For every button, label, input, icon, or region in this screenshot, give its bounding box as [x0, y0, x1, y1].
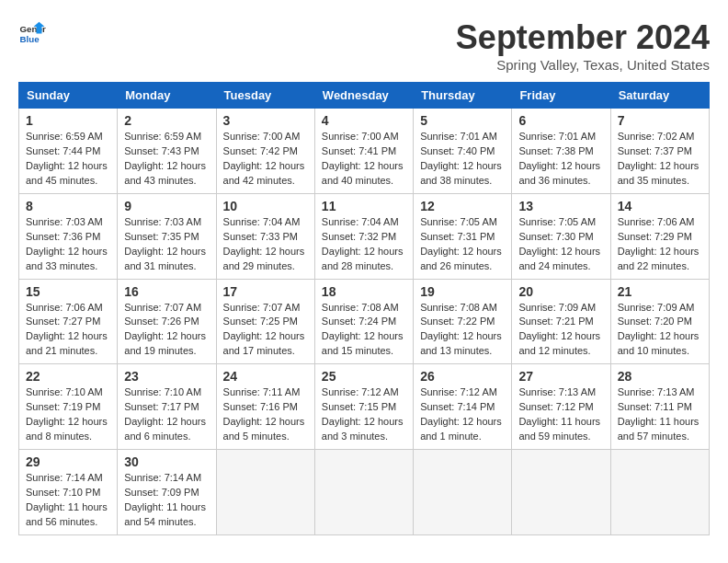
- day-number: 9: [124, 199, 209, 213]
- day-info: Sunrise: 7:12 AMSunset: 7:15 PMDaylight:…: [322, 385, 406, 444]
- day-info: Sunrise: 7:03 AMSunset: 7:36 PMDaylight:…: [26, 215, 110, 274]
- day-number: 19: [420, 284, 505, 299]
- day-info: Sunrise: 7:11 AMSunset: 7:16 PMDaylight:…: [223, 385, 308, 444]
- day-info: Sunrise: 7:10 AMSunset: 7:17 PMDaylight:…: [124, 385, 209, 444]
- col-tuesday: Tuesday: [216, 83, 314, 109]
- day-info: Sunrise: 7:06 AMSunset: 7:27 PMDaylight:…: [26, 301, 110, 360]
- table-row: 2 Sunrise: 6:59 AMSunset: 7:43 PMDayligh…: [118, 109, 216, 194]
- day-number: 1: [26, 113, 110, 128]
- day-number: 3: [223, 113, 308, 128]
- table-row: 11 Sunrise: 7:04 AMSunset: 7:32 PMDaylig…: [314, 193, 413, 279]
- table-row: 18 Sunrise: 7:08 AMSunset: 7:24 PMDaylig…: [314, 279, 413, 364]
- table-row: 29 Sunrise: 7:14 AMSunset: 7:10 PMDaylig…: [19, 450, 118, 535]
- table-row: 15 Sunrise: 7:06 AMSunset: 7:27 PMDaylig…: [19, 279, 118, 364]
- day-info: Sunrise: 7:08 AMSunset: 7:22 PMDaylight:…: [420, 301, 505, 360]
- day-info: Sunrise: 7:00 AMSunset: 7:42 PMDaylight:…: [223, 130, 308, 189]
- day-info: Sunrise: 7:13 AMSunset: 7:11 PMDaylight:…: [618, 385, 702, 444]
- day-info: Sunrise: 7:00 AMSunset: 7:41 PMDaylight:…: [322, 130, 406, 189]
- day-number: 22: [26, 369, 110, 384]
- table-row: 12 Sunrise: 7:05 AMSunset: 7:31 PMDaylig…: [414, 193, 512, 279]
- table-row: 7 Sunrise: 7:02 AMSunset: 7:37 PMDayligh…: [610, 109, 709, 194]
- table-row: 13 Sunrise: 7:05 AMSunset: 7:30 PMDaylig…: [512, 193, 610, 279]
- day-info: Sunrise: 7:14 AMSunset: 7:10 PMDaylight:…: [26, 471, 110, 530]
- day-info: Sunrise: 6:59 AMSunset: 7:43 PMDaylight:…: [124, 130, 209, 189]
- day-number: 25: [322, 369, 406, 384]
- day-info: Sunrise: 7:06 AMSunset: 7:29 PMDaylight:…: [618, 215, 702, 274]
- day-info: Sunrise: 7:07 AMSunset: 7:26 PMDaylight:…: [124, 301, 209, 360]
- logo-icon: General Blue: [18, 18, 46, 46]
- day-number: 21: [618, 284, 702, 299]
- day-number: 12: [420, 199, 505, 213]
- table-row: 20 Sunrise: 7:09 AMSunset: 7:21 PMDaylig…: [512, 279, 610, 364]
- day-info: Sunrise: 7:04 AMSunset: 7:32 PMDaylight:…: [322, 215, 406, 274]
- day-info: Sunrise: 7:04 AMSunset: 7:33 PMDaylight:…: [223, 215, 308, 274]
- page-header: General Blue September 2024 Spring Valle…: [18, 18, 710, 73]
- table-row: 16 Sunrise: 7:07 AMSunset: 7:26 PMDaylig…: [118, 279, 216, 364]
- day-number: 7: [618, 113, 702, 128]
- calendar-week-1: 1 Sunrise: 6:59 AMSunset: 7:44 PMDayligh…: [19, 109, 710, 194]
- table-row: 6 Sunrise: 7:01 AMSunset: 7:38 PMDayligh…: [512, 109, 610, 194]
- table-row: [414, 450, 512, 535]
- day-number: 15: [26, 284, 110, 299]
- table-row: [314, 450, 413, 535]
- day-number: 18: [322, 284, 406, 299]
- day-number: 16: [124, 284, 209, 299]
- table-row: 23 Sunrise: 7:10 AMSunset: 7:17 PMDaylig…: [118, 364, 216, 450]
- table-row: [610, 450, 709, 535]
- calendar-table: Sunday Monday Tuesday Wednesday Thursday…: [18, 82, 710, 535]
- calendar-week-3: 15 Sunrise: 7:06 AMSunset: 7:27 PMDaylig…: [19, 279, 710, 364]
- day-info: Sunrise: 7:01 AMSunset: 7:38 PMDaylight:…: [518, 130, 603, 189]
- col-friday: Friday: [512, 83, 610, 109]
- day-info: Sunrise: 7:02 AMSunset: 7:37 PMDaylight:…: [618, 130, 702, 189]
- col-monday: Monday: [118, 83, 216, 109]
- day-number: 28: [618, 369, 702, 384]
- svg-text:Blue: Blue: [20, 34, 40, 44]
- table-row: 24 Sunrise: 7:11 AMSunset: 7:16 PMDaylig…: [216, 364, 314, 450]
- table-row: [216, 450, 314, 535]
- table-row: 10 Sunrise: 7:04 AMSunset: 7:33 PMDaylig…: [216, 193, 314, 279]
- calendar-week-2: 8 Sunrise: 7:03 AMSunset: 7:36 PMDayligh…: [19, 193, 710, 279]
- day-number: 29: [26, 454, 110, 469]
- col-wednesday: Wednesday: [314, 83, 413, 109]
- table-row: 1 Sunrise: 6:59 AMSunset: 7:44 PMDayligh…: [19, 109, 118, 194]
- day-info: Sunrise: 7:07 AMSunset: 7:25 PMDaylight:…: [223, 301, 308, 360]
- day-number: 6: [518, 113, 603, 128]
- day-number: 10: [223, 199, 308, 213]
- day-info: Sunrise: 7:13 AMSunset: 7:12 PMDaylight:…: [518, 385, 603, 444]
- day-number: 4: [322, 113, 406, 128]
- logo: General Blue: [18, 18, 46, 46]
- day-number: 23: [124, 369, 209, 384]
- day-number: 11: [322, 199, 406, 213]
- table-row: 5 Sunrise: 7:01 AMSunset: 7:40 PMDayligh…: [414, 109, 512, 194]
- day-info: Sunrise: 7:12 AMSunset: 7:14 PMDaylight:…: [420, 385, 505, 444]
- location: Spring Valley, Texas, United States: [456, 57, 710, 73]
- month-title: September 2024: [456, 18, 710, 57]
- day-info: Sunrise: 7:03 AMSunset: 7:35 PMDaylight:…: [124, 215, 209, 274]
- day-info: Sunrise: 7:09 AMSunset: 7:20 PMDaylight:…: [618, 301, 702, 360]
- header-row: Sunday Monday Tuesday Wednesday Thursday…: [19, 83, 710, 109]
- table-row: 17 Sunrise: 7:07 AMSunset: 7:25 PMDaylig…: [216, 279, 314, 364]
- day-number: 24: [223, 369, 308, 384]
- day-number: 5: [420, 113, 505, 128]
- title-block: September 2024 Spring Valley, Texas, Uni…: [456, 18, 710, 73]
- day-info: Sunrise: 6:59 AMSunset: 7:44 PMDaylight:…: [26, 130, 110, 189]
- table-row: 27 Sunrise: 7:13 AMSunset: 7:12 PMDaylig…: [512, 364, 610, 450]
- col-sunday: Sunday: [19, 83, 118, 109]
- day-number: 8: [26, 199, 110, 213]
- table-row: 14 Sunrise: 7:06 AMSunset: 7:29 PMDaylig…: [610, 193, 709, 279]
- table-row: 3 Sunrise: 7:00 AMSunset: 7:42 PMDayligh…: [216, 109, 314, 194]
- day-info: Sunrise: 7:05 AMSunset: 7:30 PMDaylight:…: [518, 215, 603, 274]
- table-row: 22 Sunrise: 7:10 AMSunset: 7:19 PMDaylig…: [19, 364, 118, 450]
- table-row: 25 Sunrise: 7:12 AMSunset: 7:15 PMDaylig…: [314, 364, 413, 450]
- day-number: 30: [124, 454, 209, 469]
- day-number: 14: [618, 199, 702, 213]
- table-row: 21 Sunrise: 7:09 AMSunset: 7:20 PMDaylig…: [610, 279, 709, 364]
- day-info: Sunrise: 7:14 AMSunset: 7:09 PMDaylight:…: [124, 471, 209, 530]
- day-info: Sunrise: 7:08 AMSunset: 7:24 PMDaylight:…: [322, 301, 406, 360]
- table-row: 26 Sunrise: 7:12 AMSunset: 7:14 PMDaylig…: [414, 364, 512, 450]
- day-number: 26: [420, 369, 505, 384]
- table-row: 4 Sunrise: 7:00 AMSunset: 7:41 PMDayligh…: [314, 109, 413, 194]
- col-saturday: Saturday: [610, 83, 709, 109]
- col-thursday: Thursday: [414, 83, 512, 109]
- calendar-week-5: 29 Sunrise: 7:14 AMSunset: 7:10 PMDaylig…: [19, 450, 710, 535]
